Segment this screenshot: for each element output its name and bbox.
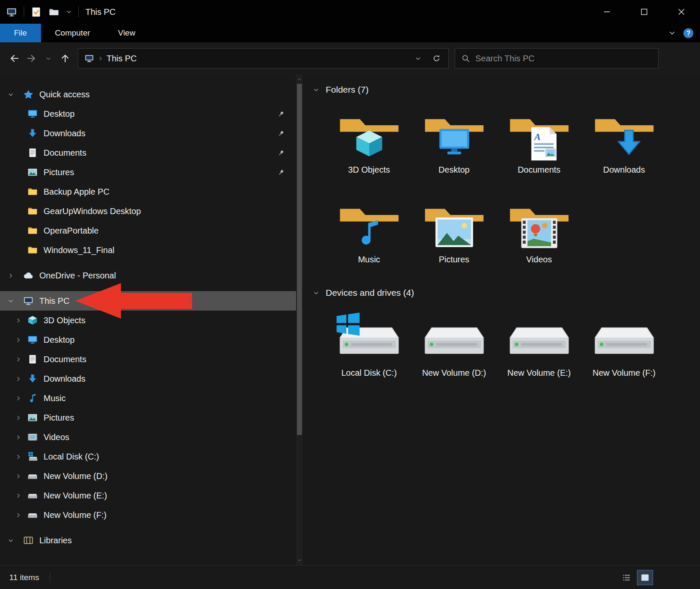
sidebar-scrollbar[interactable] — [296, 74, 303, 565]
folder-tile-desktop[interactable]: Desktop — [412, 99, 497, 189]
chevron-right-icon[interactable] — [8, 272, 14, 279]
address-bar[interactable]: This PC — [78, 48, 449, 69]
sidebar-item-new-volume-e[interactable]: New Volume (E:) — [0, 486, 296, 505]
chevron-down-icon[interactable] — [8, 537, 14, 544]
sidebar-item-quick-access[interactable]: Quick access — [0, 85, 296, 104]
folder-tile-pictures[interactable]: Pictures — [412, 189, 497, 278]
sidebar-item-desktop[interactable]: Desktop — [0, 104, 296, 124]
folder-documents-icon — [505, 103, 574, 163]
forward-button[interactable] — [23, 50, 40, 67]
sidebar-item-new-volume-f[interactable]: New Volume (F:) — [0, 505, 296, 525]
drive-tile-new-volume-d[interactable]: New Volume (D:) — [412, 302, 497, 392]
breadcrumb[interactable]: This PC — [107, 54, 137, 63]
new-folder-icon[interactable] — [48, 6, 60, 18]
folder-icon — [27, 206, 38, 217]
chevron-down-icon[interactable] — [66, 9, 72, 15]
folder-tile-documents[interactable]: Documents — [497, 99, 582, 189]
up-arrow-icon — [60, 53, 71, 64]
devices-section-header[interactable]: Devices and drives (4) — [313, 283, 700, 302]
sidebar-item-local-disk-c[interactable]: Local Disk (C:) — [0, 447, 296, 466]
drive-tile-new-volume-e[interactable]: New Volume (E:) — [497, 302, 582, 392]
thumbnails-view-button[interactable] — [637, 570, 653, 585]
chevron-right-icon[interactable] — [15, 317, 22, 324]
tab-file[interactable]: File — [0, 24, 41, 42]
chevron-right-icon[interactable] — [15, 454, 22, 460]
details-view-icon — [621, 572, 631, 583]
refresh-button[interactable] — [427, 49, 446, 68]
folder-tile-3d-objects[interactable]: 3D Objects — [327, 99, 412, 189]
sidebar-item-desktop-pc[interactable]: Desktop — [0, 330, 296, 350]
sidebar-item-videos[interactable]: Videos — [0, 427, 296, 447]
chevron-down-icon[interactable] — [8, 298, 14, 304]
status-separator — [50, 572, 50, 583]
sidebar-item-onedrive[interactable]: OneDrive - Personal — [0, 266, 296, 285]
hard-drive-icon — [593, 324, 656, 360]
sidebar-item-documents[interactable]: Documents — [0, 143, 296, 162]
address-dropdown-button[interactable] — [409, 49, 427, 68]
scrollbar-thumb[interactable] — [297, 84, 302, 435]
details-view-button[interactable] — [619, 570, 634, 585]
recent-locations-button[interactable] — [40, 50, 57, 67]
chevron-right-icon[interactable] — [15, 434, 22, 440]
search-input[interactable] — [475, 54, 652, 63]
up-button[interactable] — [57, 50, 74, 67]
sidebar-item-backup-apple-pc[interactable]: Backup Apple PC — [0, 182, 296, 201]
back-button[interactable] — [6, 50, 23, 67]
status-bar: 11 items — [0, 565, 700, 589]
folder-tile-downloads[interactable]: Downloads — [582, 99, 667, 189]
section-header-label: Devices and drives (4) — [326, 288, 414, 298]
sidebar-item-music[interactable]: Music — [0, 388, 296, 408]
downloads-icon — [27, 373, 38, 384]
sidebar-item-pictures[interactable]: Pictures — [0, 162, 296, 182]
chevron-right-icon[interactable] — [15, 415, 22, 421]
sidebar-item-documents-pc[interactable]: Documents — [0, 350, 296, 369]
chevron-right-icon[interactable] — [15, 395, 22, 402]
devices-grid: Local Disk (C:) New Volume (D:) New Volu… — [327, 302, 673, 392]
drive-tile-new-volume-f[interactable]: New Volume (F:) — [582, 302, 667, 392]
monitor-icon — [436, 123, 473, 160]
chevron-right-icon[interactable] — [15, 493, 22, 499]
toolbar-separator — [78, 6, 79, 17]
scroll-down-icon[interactable] — [297, 558, 302, 563]
chevron-right-icon[interactable] — [98, 56, 103, 61]
tab-computer[interactable]: Computer — [41, 24, 104, 42]
close-button[interactable] — [663, 0, 700, 24]
search-box[interactable] — [455, 48, 659, 69]
maximize-button[interactable] — [626, 0, 663, 24]
sidebar-item-operaportable[interactable]: OperaPortable — [0, 221, 296, 240]
folder-tile-music[interactable]: Music — [327, 189, 412, 278]
minimize-button[interactable] — [588, 0, 626, 24]
scroll-up-icon[interactable] — [297, 77, 302, 82]
chevron-right-icon[interactable] — [15, 512, 22, 518]
chevron-down-icon[interactable] — [313, 87, 319, 93]
system-drive-icon — [335, 306, 404, 366]
help-icon[interactable] — [683, 28, 694, 39]
expand-ribbon-chevron-icon[interactable] — [668, 29, 676, 37]
folders-section-header[interactable]: Folders (7) — [313, 80, 700, 99]
sidebar-item-libraries[interactable]: Libraries — [0, 531, 296, 550]
item-label: Pictures — [439, 255, 469, 264]
item-label: Music — [358, 255, 380, 264]
sidebar-item-new-volume-d[interactable]: New Volume (D:) — [0, 466, 296, 486]
chevron-right-icon[interactable] — [15, 337, 22, 343]
section-header-label: Folders (7) — [326, 85, 369, 95]
chevron-right-icon[interactable] — [15, 473, 22, 479]
drive-tile-local-disk-c[interactable]: Local Disk (C:) — [327, 302, 412, 392]
chevron-down-icon[interactable] — [313, 290, 319, 296]
chevron-right-icon[interactable] — [15, 376, 22, 382]
sidebar-item-downloads[interactable]: Downloads — [0, 124, 296, 143]
items-count: 11 items — [9, 573, 39, 582]
sidebar-item-windows-11-final[interactable]: Windows_11_Final — [0, 240, 296, 260]
sidebar-item-downloads-pc[interactable]: Downloads — [0, 369, 296, 388]
chevron-right-icon[interactable] — [15, 356, 22, 363]
film-strip-icon — [521, 217, 558, 249]
titlebar[interactable]: This PC — [0, 0, 700, 24]
chevron-down-icon[interactable] — [8, 91, 14, 98]
properties-check-icon[interactable] — [30, 6, 42, 18]
tab-view[interactable]: View — [104, 24, 149, 42]
sidebar-item-pictures-pc[interactable]: Pictures — [0, 408, 296, 427]
folder-tile-videos[interactable]: Videos — [497, 189, 582, 278]
sidebar-item-gearupwindows-desktop[interactable]: GearUpWindows Desktop — [0, 201, 296, 221]
sidebar-item-label: New Volume (E:) — [44, 491, 107, 501]
download-arrow-icon — [612, 126, 646, 160]
